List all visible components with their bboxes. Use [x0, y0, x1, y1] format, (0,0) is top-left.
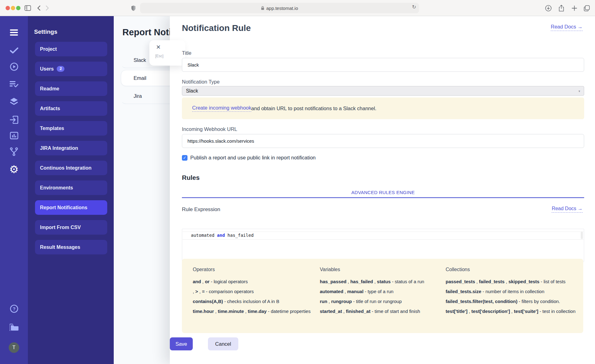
- check-icon: [10, 47, 18, 54]
- branch-icon: [10, 147, 18, 156]
- read-docs-link[interactable]: Read Docs →: [551, 24, 583, 31]
- refresh-button[interactable]: ↻: [412, 4, 416, 10]
- sidebar-icon: [24, 5, 31, 11]
- settings-item-label: JIRA Integration: [40, 145, 78, 151]
- active-line-border: [183, 232, 584, 232]
- help-row: time.hour , time.minute , time.day - dat…: [193, 306, 315, 316]
- settings-nav-item[interactable]: Continuos Integration: [35, 161, 107, 175]
- app-window: ⚙ ? T Settings Project Users 2 Readme Ar…: [0, 16, 595, 364]
- settings-title: Settings: [34, 28, 57, 35]
- user-avatar[interactable]: T: [9, 342, 19, 353]
- settings-nav-item[interactable]: Readme: [35, 81, 107, 96]
- tab-advanced-rules-engine[interactable]: ADVANCED RULES ENGINE: [351, 188, 415, 197]
- hamburger-menu-icon: [10, 29, 18, 36]
- docs-button[interactable]: [0, 321, 28, 334]
- url-text: app.testomat.io: [266, 6, 298, 11]
- window-minimize-button[interactable]: [11, 6, 15, 10]
- type-field-label: Notification Type: [182, 79, 584, 85]
- save-button[interactable]: Save: [170, 337, 193, 350]
- webhook-info-text: and obtain URL to post notifications to …: [251, 106, 377, 111]
- sidebar-toggle-button[interactable]: [24, 4, 32, 12]
- esc-hint: [Esc]: [151, 54, 167, 58]
- help-column: Operators and , or - logical operators, …: [193, 267, 320, 333]
- window-zoom-button[interactable]: [16, 6, 20, 10]
- privacy-report-button[interactable]: [129, 4, 137, 12]
- sidebar-item-analytics[interactable]: [0, 129, 28, 142]
- tabs-icon: [584, 5, 590, 11]
- help-row: passed_tests , failed_tests , skipped_te…: [446, 277, 579, 287]
- settings-nav-item[interactable]: Import From CSV: [35, 220, 107, 235]
- settings-item-label: Result Messages: [40, 245, 80, 250]
- help-row: started_at , finished_at - time of start…: [320, 306, 441, 316]
- sidebar-item-tests[interactable]: [0, 44, 28, 57]
- help-circle-icon: ?: [10, 305, 18, 313]
- settings-nav-item[interactable]: Report Notifications: [35, 200, 107, 215]
- active-line-border: [183, 239, 584, 240]
- settings-nav-item[interactable]: Project: [35, 42, 107, 56]
- publish-checkbox[interactable]: ✓: [182, 155, 187, 161]
- settings-item-label: Environments: [40, 185, 73, 191]
- help-column: Collections passed_tests , failed_tests …: [446, 267, 583, 333]
- url-bar[interactable]: app.testomat.io ↻: [140, 3, 419, 13]
- sidebar-item-pull[interactable]: [0, 113, 28, 127]
- help-column-header: Collections: [446, 267, 579, 272]
- help-row: has_passed , has_failed , status - statu…: [320, 277, 441, 287]
- settings-nav-item[interactable]: Users 2: [35, 62, 107, 76]
- share-button[interactable]: [557, 4, 565, 12]
- plus-icon: [571, 5, 577, 11]
- settings-nav-item[interactable]: JIRA Integration: [35, 141, 107, 155]
- expression-help-box: Operators and , or - logical operators, …: [182, 259, 583, 333]
- layers-icon: [10, 98, 18, 106]
- window-close-button[interactable]: [6, 6, 10, 10]
- settings-nav-item[interactable]: Templates: [35, 121, 107, 136]
- share-icon: [558, 5, 564, 12]
- help-button[interactable]: ?: [0, 302, 28, 315]
- tab-overview-button[interactable]: [583, 4, 591, 12]
- sidebar-item-settings[interactable]: ⚙: [0, 162, 28, 176]
- title-field-label: Title: [182, 50, 584, 56]
- sign-in-icon: [10, 116, 18, 124]
- settings-item-label: Templates: [40, 126, 64, 131]
- svg-text:?: ?: [12, 306, 15, 311]
- settings-item-label: Artifacts: [40, 106, 60, 111]
- select-arrow-icon: ▼: [578, 90, 581, 93]
- help-row: , > , = - comparison operators: [193, 287, 315, 297]
- forward-button[interactable]: [43, 4, 51, 12]
- notification-type-select[interactable]: Slack ▼: [182, 86, 584, 96]
- settings-nav-item[interactable]: Result Messages: [35, 240, 107, 254]
- download-icon: [545, 5, 552, 11]
- create-webhook-link[interactable]: Create incoming webhook: [192, 105, 251, 112]
- folder-icon: [10, 324, 19, 331]
- help-row: automated , manual - type of a run: [320, 287, 441, 297]
- title-input[interactable]: [182, 58, 584, 72]
- sidebar-item-branches[interactable]: [0, 145, 28, 158]
- sidebar-item-runs[interactable]: [0, 60, 28, 73]
- help-row: run , rungroup - title of run or rungrou…: [320, 297, 441, 306]
- rules-read-docs-link[interactable]: Read Docs →: [552, 206, 583, 213]
- help-column-header: Variables: [320, 267, 441, 272]
- menu-button[interactable]: [0, 26, 28, 39]
- back-button[interactable]: [35, 4, 43, 12]
- close-icon: ×: [156, 43, 161, 51]
- downloads-button[interactable]: [544, 4, 552, 12]
- settings-nav-item[interactable]: Artifacts: [35, 101, 107, 116]
- panel-title: Notification Rule: [182, 23, 584, 33]
- cancel-button[interactable]: Cancel: [208, 337, 238, 350]
- chevron-left-icon: [37, 5, 41, 11]
- settings-nav-item[interactable]: Environments: [35, 180, 107, 195]
- sidebar-item-plans[interactable]: [0, 77, 28, 91]
- settings-item-label: Report Notifications: [40, 205, 87, 210]
- publish-report-row: ✓ Publish a report and use public link i…: [182, 155, 584, 161]
- sidebar-item-suites[interactable]: [0, 95, 28, 108]
- users-count-badge: 2: [57, 66, 64, 72]
- icon-sidebar: ⚙ ? T: [0, 16, 28, 364]
- notification-rule-panel: × [Esc] Notification Rule Read Docs → Ti…: [170, 16, 595, 364]
- help-row: test['title'] , test['description'] , te…: [446, 306, 579, 316]
- webhook-url-input[interactable]: [182, 134, 584, 148]
- editor-scrollbar[interactable]: [581, 232, 583, 239]
- new-tab-button[interactable]: [570, 4, 578, 12]
- help-row: and , or - logical operators: [193, 277, 315, 287]
- close-button[interactable]: × [Esc]: [149, 40, 185, 66]
- rule-expression-editor[interactable]: automated and has_failed: [182, 229, 584, 262]
- browser-toolbar: app.testomat.io ↻: [0, 0, 595, 16]
